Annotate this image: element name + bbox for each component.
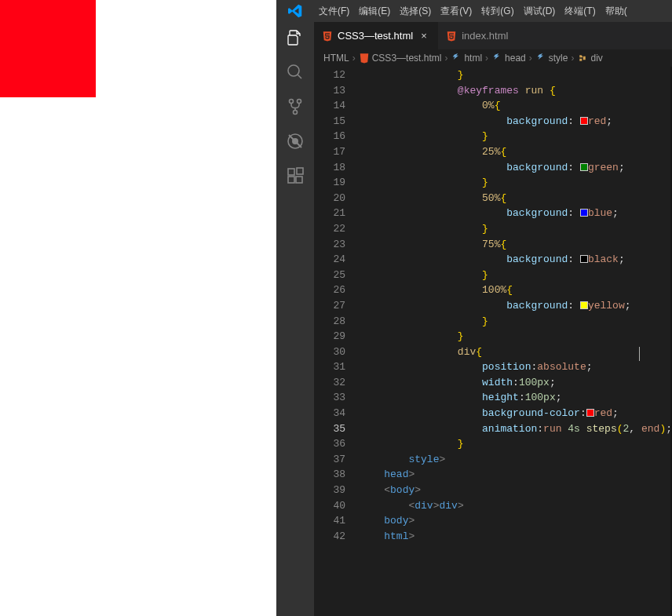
line-number: 13 bbox=[314, 83, 345, 99]
token: @keyframes bbox=[458, 85, 525, 97]
menu-item[interactable]: 帮助( bbox=[601, 5, 632, 18]
code-line[interactable]: } bbox=[360, 221, 672, 237]
code-line[interactable]: } bbox=[360, 67, 672, 83]
token: 100px bbox=[525, 392, 556, 403]
svg-point-1 bbox=[290, 100, 294, 104]
chevron-right-icon: › bbox=[571, 53, 574, 64]
code-line[interactable]: width:100px; bbox=[360, 375, 672, 391]
token: run bbox=[543, 423, 568, 435]
vscode-logo-icon[interactable] bbox=[276, 4, 314, 18]
code-line[interactable]: head> bbox=[360, 467, 672, 483]
token: background bbox=[506, 162, 568, 173]
code-editor[interactable]: 1213141516171819202122232425262728293031… bbox=[314, 67, 672, 616]
code-line[interactable]: background: blue; bbox=[360, 206, 672, 221]
token: red bbox=[588, 115, 606, 127]
code-line[interactable]: background: black; bbox=[360, 252, 672, 268]
code-line[interactable]: } bbox=[360, 329, 672, 344]
code-line[interactable]: background: green; bbox=[360, 160, 672, 176]
token: : bbox=[537, 423, 543, 435]
extensions-icon[interactable] bbox=[286, 166, 305, 185]
token: > bbox=[408, 515, 415, 527]
token: ; bbox=[625, 300, 631, 312]
code-line[interactable]: } bbox=[360, 314, 672, 330]
menu-item[interactable]: 文件(F) bbox=[314, 5, 354, 18]
editor-area: CSS3—test.html×index.html HTML›CSS3—test… bbox=[314, 22, 672, 616]
line-number: 28 bbox=[314, 314, 345, 330]
menu-item[interactable]: 调试(D) bbox=[519, 5, 561, 18]
token: } bbox=[482, 315, 488, 327]
color-swatch-icon[interactable] bbox=[586, 409, 594, 417]
code-line[interactable]: div{ bbox=[360, 344, 672, 360]
text-cursor bbox=[639, 347, 640, 361]
code-line[interactable]: style> bbox=[360, 452, 672, 468]
code-line[interactable]: html> bbox=[360, 529, 672, 545]
svg-point-5 bbox=[292, 138, 298, 144]
menu-item[interactable]: 查看(V) bbox=[436, 5, 477, 18]
breadcrumb-item[interactable]: style bbox=[535, 53, 568, 64]
token: > bbox=[458, 500, 464, 512]
color-swatch-icon[interactable] bbox=[580, 255, 588, 263]
token: ; bbox=[612, 207, 619, 219]
menu-item[interactable]: 转到(G) bbox=[477, 5, 518, 18]
color-swatch-icon[interactable] bbox=[580, 163, 588, 171]
breadcrumb-item[interactable]: HTML bbox=[323, 53, 349, 64]
color-swatch-icon[interactable] bbox=[580, 117, 588, 125]
menu-item[interactable]: 终端(T) bbox=[560, 5, 600, 18]
line-number: 37 bbox=[314, 452, 345, 468]
token: width bbox=[482, 377, 513, 388]
code-line[interactable]: @keyframes run { bbox=[360, 83, 672, 99]
breadcrumb-item[interactable]: div bbox=[577, 53, 602, 64]
editor-tab[interactable]: CSS3—test.html× bbox=[314, 22, 438, 49]
code-content[interactable]: } @keyframes run { 0%{ background: red; … bbox=[360, 67, 672, 616]
code-line[interactable]: 75%{ bbox=[360, 237, 672, 253]
breadcrumbs[interactable]: HTML›CSS3—test.html›html›head›style›div bbox=[314, 49, 672, 67]
editor-tab[interactable]: index.html bbox=[438, 22, 516, 49]
menu-bar: 文件(F)编辑(E)选择(S)查看(V)转到(G)调试(D)终端(T)帮助( bbox=[276, 0, 672, 22]
breadcrumb-icon bbox=[577, 53, 588, 64]
code-line[interactable]: background: yellow; bbox=[360, 298, 672, 314]
svg-rect-9 bbox=[297, 168, 303, 174]
token: { bbox=[476, 346, 482, 358]
close-icon[interactable]: × bbox=[418, 30, 430, 42]
token: red bbox=[594, 407, 612, 419]
token: ; bbox=[606, 115, 612, 127]
code-line[interactable]: 50%{ bbox=[360, 191, 672, 206]
code-line[interactable]: <div>div> bbox=[360, 498, 672, 514]
code-line[interactable]: animation:run 4s steps(2, end); bbox=[360, 421, 672, 437]
code-line[interactable]: 25%{ bbox=[360, 144, 672, 160]
menu-item[interactable]: 编辑(E) bbox=[354, 5, 395, 18]
code-line[interactable]: background: red; bbox=[360, 114, 672, 129]
color-swatch-icon[interactable] bbox=[580, 209, 588, 217]
code-line[interactable]: <body> bbox=[360, 483, 672, 498]
breadcrumb-item[interactable]: CSS3—test.html bbox=[359, 53, 442, 64]
breadcrumb-item[interactable]: head bbox=[491, 53, 526, 64]
vscode-window: 文件(F)编辑(E)选择(S)查看(V)转到(G)调试(D)终端(T)帮助( C… bbox=[276, 0, 672, 616]
code-line[interactable]: height:100px; bbox=[360, 390, 672, 406]
line-number: 34 bbox=[314, 406, 345, 421]
browser-preview-pane bbox=[0, 0, 276, 616]
search-icon[interactable] bbox=[286, 63, 305, 82]
debug-icon[interactable] bbox=[286, 132, 305, 151]
token: 100px bbox=[519, 377, 550, 388]
code-line[interactable]: 0%{ bbox=[360, 98, 672, 114]
code-line[interactable]: body> bbox=[360, 513, 672, 529]
code-line[interactable]: position:absolute; bbox=[360, 359, 672, 375]
line-number: 42 bbox=[314, 529, 345, 545]
preview-animated-div bbox=[0, 0, 96, 97]
code-line[interactable]: 100%{ bbox=[360, 282, 672, 298]
token: ( bbox=[617, 423, 623, 435]
line-number: 21 bbox=[314, 206, 345, 221]
code-line[interactable]: background-color:red; bbox=[360, 406, 672, 421]
menu-item[interactable]: 选择(S) bbox=[395, 5, 436, 18]
line-number: 18 bbox=[314, 160, 345, 176]
breadcrumb-item[interactable]: html bbox=[451, 53, 482, 64]
token: div bbox=[458, 346, 476, 358]
code-line[interactable]: } bbox=[360, 129, 672, 144]
code-line[interactable]: } bbox=[360, 436, 672, 452]
color-swatch-icon[interactable] bbox=[580, 301, 588, 309]
explorer-icon[interactable] bbox=[286, 28, 305, 47]
code-line[interactable]: } bbox=[360, 268, 672, 283]
code-line[interactable]: } bbox=[360, 175, 672, 191]
source-control-icon[interactable] bbox=[286, 97, 305, 116]
token: } bbox=[482, 269, 488, 281]
